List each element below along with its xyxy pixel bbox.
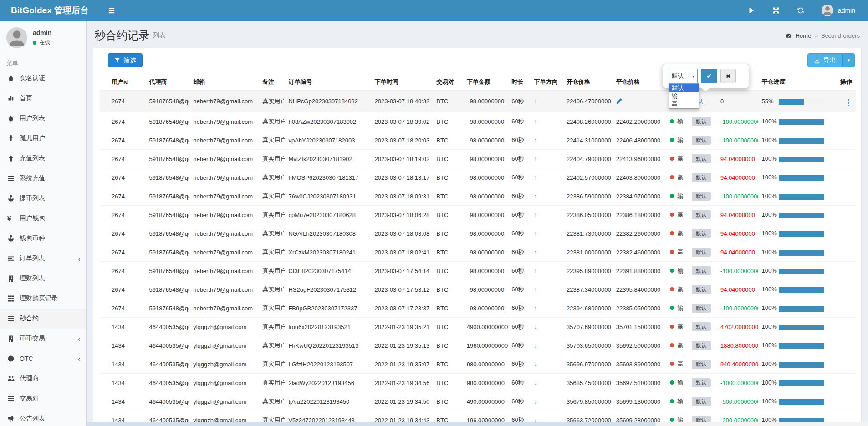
progress-bar [779, 380, 824, 386]
result-dot [670, 269, 674, 273]
result-dot [670, 306, 674, 310]
cell-uid: 2674 [100, 262, 146, 280]
filter-button[interactable]: 筛选 [108, 53, 143, 67]
cell-amount: 980.00000000 [463, 355, 508, 374]
control-badge: 默认 [692, 266, 711, 275]
cell-email: heberth79@gmail.com [189, 224, 259, 243]
cell-order-no: tjAju220220123193450 [285, 392, 371, 411]
sidebar-item-用户列表[interactable]: 用户列表 [0, 108, 86, 128]
cell-note: 真实用户 [259, 187, 285, 206]
cell-direction: ↓ [531, 355, 563, 374]
control-badge: 默认 [692, 154, 711, 163]
cell-email: heberth79@gmail.com [189, 112, 259, 131]
cell-order-no: FB9pGB20230307172337 [285, 299, 371, 318]
result-dot [670, 138, 674, 142]
user-avatar [822, 5, 833, 16]
sidebar-item-理财列表[interactable]: 理财列表 [0, 269, 86, 289]
anchor-icon [7, 235, 15, 243]
scrollbar-thumb[interactable] [87, 422, 656, 426]
fullscreen-icon[interactable] [772, 7, 780, 14]
export-button[interactable]: 导出 [807, 53, 842, 67]
sidebar-item-代理商[interactable]: 代理商 [0, 369, 86, 389]
progress-bar [779, 213, 824, 218]
progress-bar [779, 306, 824, 312]
cell-duration: 60秒 [508, 187, 530, 206]
arrow-down-icon: ↓ [534, 342, 537, 349]
sidebar-item-钱包币种[interactable]: 钱包币种 [0, 228, 86, 248]
sidebar-item-OTC[interactable]: OTC‹ [0, 349, 86, 369]
cell-direction: ↑ [531, 224, 563, 243]
table-row: 2674591876548@qq.comheberth79@gmail.com真… [100, 243, 856, 262]
sidebar-item-孤儿用户[interactable]: 孤儿用户 [0, 128, 86, 148]
sidebar-item-订单列表[interactable]: 订单列表‹ [0, 248, 86, 269]
cell-agent: 464400535@qq.com [146, 355, 190, 374]
cell-result: 输 [666, 112, 688, 131]
align-icon [7, 255, 15, 263]
sidebar-toggle-icon[interactable] [107, 7, 116, 14]
cell-agent: 591876548@qq.com [146, 299, 190, 318]
play-icon[interactable] [748, 7, 755, 14]
sidebar-item-交易对[interactable]: 交易对 [0, 389, 86, 409]
cancel-button[interactable]: ✖ [720, 69, 736, 83]
horizontal-scrollbar[interactable] [87, 422, 868, 426]
sidebar-item-秒合约[interactable]: 秒合约 [0, 309, 86, 329]
confirm-button[interactable]: ✔ [701, 69, 717, 83]
sidebar-item-系统充值[interactable]: 系统充值 [0, 168, 86, 188]
select-option-默认[interactable]: 默认 [669, 84, 699, 92]
select-option-输[interactable]: 输 [669, 92, 699, 100]
cell-amount: 98.00000000 [463, 262, 508, 280]
cell-order-no: vpAhYJ20230307182003 [285, 131, 371, 150]
breadcrumb-home[interactable]: Home [795, 32, 811, 39]
control-select[interactable]: 默认 ▾ [669, 69, 698, 83]
result-dot [670, 380, 674, 385]
edit-pencil-icon[interactable] [616, 97, 623, 104]
sidebar-item-充值列表[interactable]: 充值列表 [0, 148, 86, 168]
export-dropdown-button[interactable]: ▾ [842, 53, 855, 67]
cell-note: 真实用户 [259, 355, 285, 374]
actions-menu-icon[interactable] [845, 99, 852, 107]
cell-progress: 100% [758, 112, 829, 131]
cell-pnl: -100.00000000 [717, 299, 758, 318]
cell-close-price: 22403.80000000 [613, 168, 667, 187]
cell-progress: 100% [758, 262, 829, 280]
refresh-icon[interactable] [797, 7, 804, 14]
sidebar-item-首页[interactable]: 首页 [0, 88, 86, 108]
progress-bar [779, 250, 824, 256]
arrow-up-icon: ↑ [534, 98, 537, 105]
cell-action [829, 206, 856, 224]
cell-duration: 60秒 [508, 280, 530, 299]
cell-email: heberth79@gmail.com [189, 150, 259, 168]
cell-pair: BTC [433, 243, 463, 262]
cell-control: 默认 [688, 299, 717, 318]
result-dot [670, 343, 674, 347]
cell-control: 默认 [688, 224, 717, 243]
select-option-赢[interactable]: 赢 [669, 100, 699, 108]
cell-note: 真实用户 [259, 224, 285, 243]
cell-uid: 2674 [100, 224, 146, 243]
cell-result: 输 [666, 374, 688, 392]
user-menu[interactable]: admin [822, 5, 855, 16]
cell-action [829, 150, 856, 168]
brand-logo[interactable]: BitGoldex 管理后台 [0, 5, 87, 16]
cell-time: 2023-03-07 18:06:28 [371, 206, 433, 224]
cell-duration: 60秒 [508, 392, 530, 411]
cell-amount: 98.00000000 [463, 280, 508, 299]
cell-open-price: 22408.26000000 [563, 112, 613, 131]
cell-close-price: 35699.13000000 [613, 392, 667, 411]
sidebar-item-提币列表[interactable]: 提币列表 [0, 188, 86, 208]
sidebar-item-公告列表[interactable]: 公告列表 [0, 409, 86, 426]
sidebar-item-币币交易[interactable]: 币币交易‹ [0, 329, 86, 349]
sidebar-item-用户钱包[interactable]: ¥用户钱包 [0, 208, 86, 228]
column-header-操作: 操作 [829, 74, 856, 91]
records-card: 筛选 导出 ▾ 用户id代理商邮箱备注订单编号下单时间交易对下单金额时长下单方向… [93, 48, 861, 426]
cell-pnl: 94.04000000 [717, 243, 758, 262]
cell-duration: 60秒 [508, 299, 530, 318]
page-title: 秒合约记录 [95, 28, 149, 43]
cell-email: heberth79@gmail.com [189, 299, 259, 318]
sidebar-item-实名认证[interactable]: 实名认证 [0, 68, 86, 88]
cell-direction: ↑ [531, 187, 563, 206]
cell-email: heberth79@gmail.com [189, 262, 259, 280]
cell-email: heberth79@gmail.com [189, 131, 259, 150]
cell-note: 真实用户 [259, 131, 285, 150]
sidebar-item-理财购买记录[interactable]: 理财购买记录 [0, 289, 86, 309]
